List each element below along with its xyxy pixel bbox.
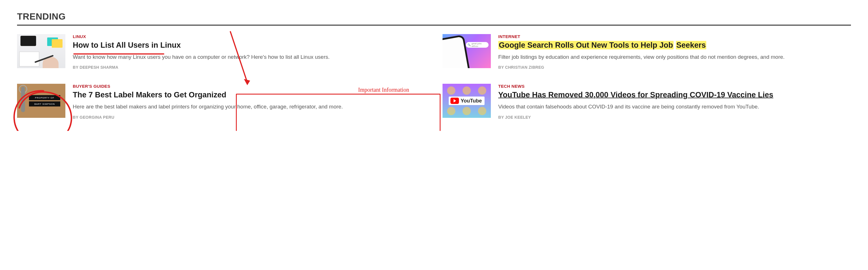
annotation-underline: [73, 54, 164, 55]
article-thumbnail[interactable]: PROPERTY OF BART SIMPSON: [17, 84, 65, 118]
by-prefix: BY: [498, 115, 505, 120]
annotation-label: Important Information: [358, 87, 409, 93]
author-link[interactable]: CHRISTIAN ZIBREG: [505, 65, 544, 70]
article-excerpt: Filter job listings by education and exp…: [498, 53, 851, 61]
article-title[interactable]: How to List All Users in Linux: [73, 41, 426, 50]
author-link[interactable]: JOE KEELEY: [505, 115, 531, 120]
article-thumbnail[interactable]: great jobs withou: [442, 34, 491, 68]
article-excerpt: Videos that contain falsehoods about COV…: [498, 103, 851, 111]
section-title: TRENDING: [17, 11, 851, 22]
by-prefix: BY: [73, 65, 80, 70]
youtube-logo-text: YouTube: [461, 98, 482, 104]
article-thumbnail[interactable]: [17, 34, 65, 68]
article-byline: BY JOE KEELEY: [498, 115, 851, 120]
play-icon: [451, 98, 459, 104]
article-byline: BY DEEPESH SHARMA: [73, 65, 426, 70]
article-title[interactable]: Google Search Rolls Out New Tools to Hel…: [498, 41, 851, 50]
article-title[interactable]: YouTube Has Removed 30,000 Videos for Sp…: [498, 90, 851, 100]
article-card: great jobs withou INTERNET Google Search…: [442, 34, 851, 70]
annotation-highlight: Seekers: [676, 41, 707, 49]
article-byline: BY CHRISTIAN ZIBREG: [498, 65, 851, 70]
label-strip: PROPERTY OF: [29, 95, 60, 100]
category-link-tech-news[interactable]: TECH NEWS: [498, 84, 525, 89]
category-link-linux[interactable]: LINUX: [73, 34, 86, 39]
author-link[interactable]: GEORGINA PERU: [80, 115, 114, 120]
search-bar-graphic: great jobs withou: [466, 42, 489, 48]
section-divider: [17, 25, 851, 26]
article-excerpt: Here are the best label makers and label…: [73, 103, 426, 111]
label-strip: BART SIMPSON: [29, 101, 60, 106]
youtube-logo-graphic: YouTube: [449, 97, 485, 105]
annotation-highlight: Google Search Rolls Out New Tools to Hel…: [498, 41, 674, 49]
article-thumbnail[interactable]: YouTube: [442, 84, 491, 118]
article-card: LINUX How to List All Users in Linux Wan…: [17, 34, 426, 70]
by-prefix: BY: [498, 65, 505, 70]
category-link-buyers-guides[interactable]: BUYER'S GUIDES: [73, 84, 110, 89]
author-link[interactable]: DEEPESH SHARMA: [80, 65, 118, 70]
trending-grid: LINUX How to List All Users in Linux Wan…: [17, 34, 851, 120]
article-card: YouTube TECH NEWS YouTube Has Removed 30…: [442, 84, 851, 119]
article-byline: BY GEORGINA PERU: [73, 115, 426, 120]
category-link-internet[interactable]: INTERNET: [498, 34, 520, 39]
by-prefix: BY: [73, 115, 80, 120]
